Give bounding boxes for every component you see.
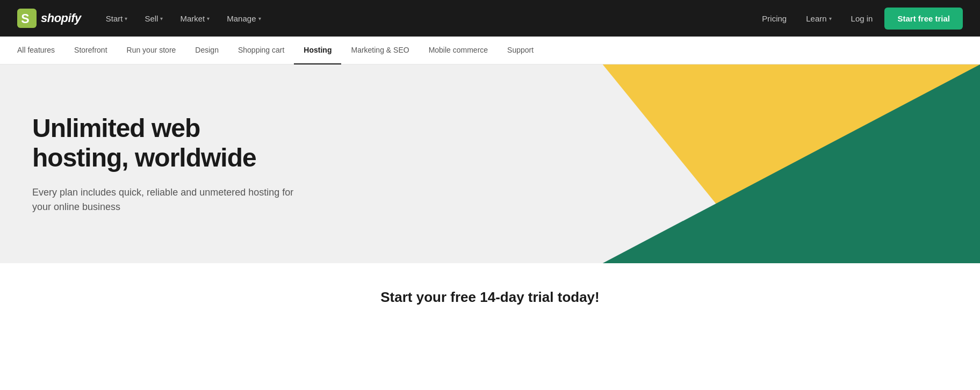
sub-nav: All features Storefront Run your store D… — [0, 37, 980, 64]
chevron-down-icon: ▾ — [829, 16, 832, 21]
nav-right: Pricing Learn ▾ Log in Start free trial — [754, 8, 963, 30]
hero-decorative-shapes — [441, 64, 980, 263]
main-nav-links: Start ▾ Sell ▾ Market ▾ Manage ▾ — [98, 10, 755, 27]
subnav-support[interactable]: Support — [498, 37, 543, 64]
subnav-hosting[interactable]: Hosting — [294, 37, 341, 64]
hero-subtitle: Every plan includes quick, reliable and … — [32, 185, 301, 214]
start-free-trial-button[interactable]: Start free trial — [884, 8, 963, 30]
subnav-mobile-commerce[interactable]: Mobile commerce — [419, 37, 498, 64]
cta-title: Start your free 14-day trial today! — [17, 289, 963, 306]
subnav-marketing-seo[interactable]: Marketing & SEO — [341, 37, 419, 64]
logo-link[interactable]: S shopify — [17, 9, 81, 28]
chevron-down-icon: ▾ — [207, 16, 210, 21]
nav-start[interactable]: Start ▾ — [98, 10, 135, 27]
shopify-logo-icon: S — [17, 9, 37, 28]
nav-manage[interactable]: Manage ▾ — [219, 10, 268, 27]
subnav-design[interactable]: Design — [185, 37, 228, 64]
chevron-down-icon: ▾ — [258, 16, 261, 21]
logo-text: shopify — [41, 11, 81, 25]
subnav-run-your-store[interactable]: Run your store — [117, 37, 186, 64]
nav-login-link[interactable]: Log in — [844, 10, 881, 27]
chevron-down-icon: ▾ — [160, 16, 163, 21]
subnav-all-features[interactable]: All features — [17, 37, 64, 64]
top-nav: S shopify Start ▾ Sell ▾ Market ▾ Manage… — [0, 0, 980, 37]
hero-content: Unlimited web hosting, worldwide Every p… — [0, 92, 333, 236]
subnav-shopping-cart[interactable]: Shopping cart — [228, 37, 294, 64]
cta-section: Start your free 14-day trial today! — [0, 263, 980, 323]
svg-text:S: S — [21, 12, 29, 26]
chevron-down-icon: ▾ — [125, 16, 127, 21]
hero-section: Unlimited web hosting, worldwide Every p… — [0, 64, 980, 263]
nav-pricing-link[interactable]: Pricing — [754, 10, 794, 27]
subnav-storefront[interactable]: Storefront — [64, 37, 117, 64]
nav-sell[interactable]: Sell ▾ — [137, 10, 170, 27]
nav-learn-link[interactable]: Learn ▾ — [798, 10, 839, 27]
hero-title: Unlimited web hosting, worldwide — [32, 113, 301, 172]
nav-market[interactable]: Market ▾ — [172, 10, 217, 27]
